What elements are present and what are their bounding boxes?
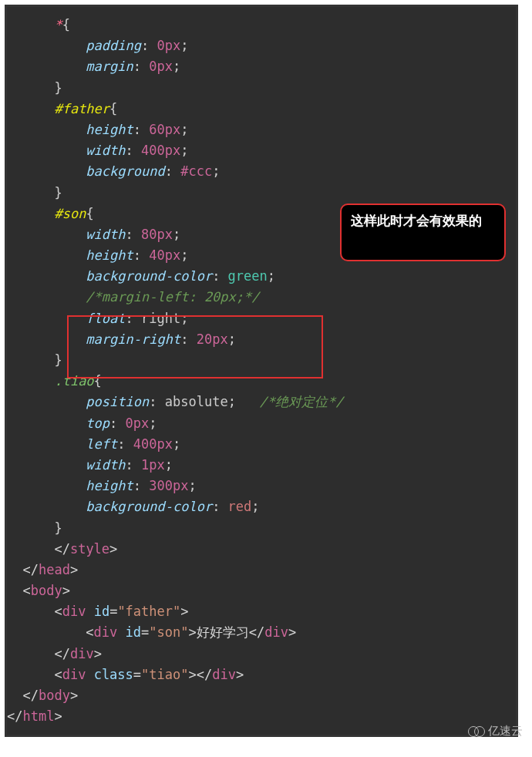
css-property: width xyxy=(86,227,125,242)
tag-html-close: html xyxy=(22,708,54,724)
css-comment: /*margin-left: 20px;*/ xyxy=(86,289,259,304)
tag-head: head xyxy=(39,562,70,577)
css-property: height xyxy=(86,247,133,263)
css-property: background-color xyxy=(86,268,212,284)
css-comment: /*绝对定位*/ xyxy=(260,394,344,409)
css-property: margin-right xyxy=(86,331,180,347)
css-property: float xyxy=(86,311,125,326)
css-property: height xyxy=(86,478,133,493)
css-property: top xyxy=(86,416,109,431)
css-property: position xyxy=(86,394,149,409)
annotation-callout: 这样此时才会有效果的 xyxy=(340,204,506,261)
css-property: left xyxy=(86,436,117,452)
code-content: *{ padding: 0px; margin: 0px; } #father{… xyxy=(7,15,516,727)
selector-universal: * xyxy=(54,17,62,32)
selector-tiao: .tiao xyxy=(54,373,93,389)
tag-body: body xyxy=(31,583,62,598)
css-property: margin xyxy=(86,59,133,74)
annotation-text: 这样此时才会有效果的 xyxy=(351,214,482,228)
css-property: width xyxy=(86,143,125,158)
watermark-text: 亿速云 xyxy=(488,724,523,738)
css-property: background xyxy=(86,163,164,179)
watermark: 亿速云 xyxy=(468,724,523,738)
code-block: *{ padding: 0px; margin: 0px; } #father{… xyxy=(5,5,518,737)
watermark-icon xyxy=(468,726,485,737)
selector-son: #son xyxy=(54,206,86,221)
selector-father: #father xyxy=(54,101,109,116)
tag-style: style xyxy=(70,541,109,557)
tag-body-close: body xyxy=(39,688,70,703)
css-property: height xyxy=(86,122,133,137)
css-property: padding xyxy=(86,38,141,53)
css-property: background-color xyxy=(86,499,212,514)
css-property: width xyxy=(86,457,125,473)
